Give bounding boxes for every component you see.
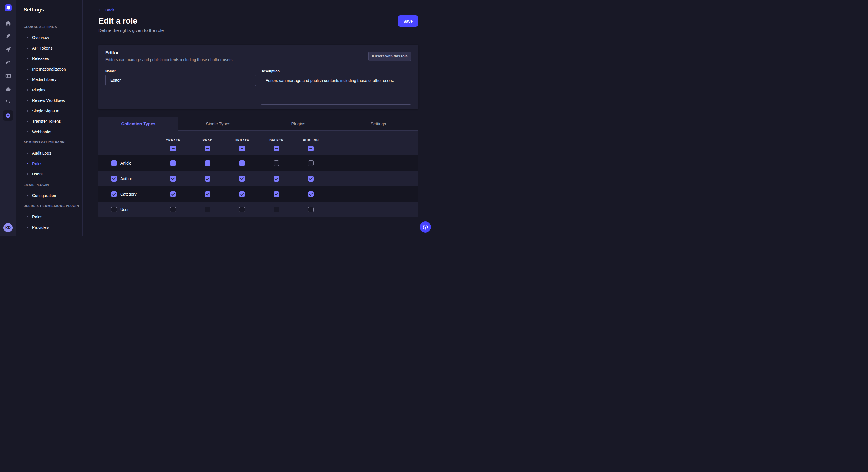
checkbox-category-delete[interactable] [274, 191, 279, 197]
section-items: Audit LogsRolesUsers [24, 148, 82, 179]
sidebar-item-label: Transfer Tokens [32, 119, 61, 124]
role-description-text: Editors can manage and publish contents … [105, 57, 234, 62]
sidebar-item-label: Audit Logs [32, 151, 51, 156]
checkbox-cell [293, 207, 328, 212]
sidebar-item-configuration[interactable]: Configuration [24, 191, 82, 201]
home-icon[interactable] [3, 16, 13, 30]
select-row-category-checkbox[interactable] [111, 191, 117, 197]
sidebar-item-internationalization[interactable]: Internationalization [24, 64, 82, 74]
checkbox-category-publish[interactable] [308, 191, 314, 197]
sidebar-item-audit-logs[interactable]: Audit Logs [24, 148, 82, 159]
sidebar-item-releases[interactable]: Releases [24, 53, 82, 64]
select-all-update-checkbox[interactable] [239, 146, 245, 151]
checkbox-article-read[interactable] [205, 160, 210, 166]
app-root: KD Settings GLOBAL SETTINGSOverviewAPI T… [0, 0, 434, 236]
save-button[interactable]: Save [398, 15, 418, 27]
main-nav: KD [0, 0, 17, 236]
select-all-read-checkbox[interactable] [205, 146, 210, 151]
sidebar-item-label: Users [32, 172, 43, 176]
select-row-user-checkbox[interactable] [111, 207, 117, 212]
sidebar-item-api-tokens[interactable]: API Tokens [24, 43, 82, 54]
checkbox-cell [190, 191, 225, 197]
checkbox-author-create[interactable] [170, 176, 176, 181]
checkbox-category-update[interactable] [239, 191, 245, 197]
sidebar-item-label: Providers [32, 225, 49, 230]
checkbox-cell [225, 191, 259, 197]
sidebar-item-review-workflows[interactable]: Review Workflows [24, 95, 82, 106]
active-item-indicator [82, 159, 82, 169]
row-label: User [120, 207, 129, 212]
sidebar-item-label: Plugins [32, 88, 45, 92]
feather-icon[interactable] [3, 30, 13, 43]
checkbox-author-publish[interactable] [308, 176, 314, 181]
select-row-article-checkbox[interactable] [111, 160, 117, 166]
settings-subnav: Settings GLOBAL SETTINGSOverviewAPI Toke… [17, 0, 83, 236]
strapi-logo[interactable] [5, 4, 12, 11]
sidebar-item-single-sign-on[interactable]: Single Sign-On [24, 106, 82, 116]
sidebar-item-label: Webhooks [32, 130, 51, 134]
checkbox-cell [259, 191, 293, 197]
checkbox-article-publish[interactable] [308, 160, 314, 166]
back-link[interactable]: Back [98, 0, 114, 12]
checkbox-user-publish[interactable] [308, 207, 314, 212]
description-label: Description [260, 69, 280, 73]
checkbox-article-update[interactable] [239, 160, 245, 166]
role-summary: Editor Editors can manage and publish co… [105, 50, 234, 62]
checkbox-user-delete[interactable] [274, 207, 279, 212]
avatar[interactable]: KD [3, 223, 12, 232]
sidebar-item-label: Media Library [32, 77, 57, 82]
sidebar-item-roles[interactable]: Roles [24, 159, 82, 169]
layout-icon[interactable] [3, 69, 13, 82]
column-header-create: CREATE [156, 138, 190, 142]
sidebar-item-media-library[interactable]: Media Library [24, 74, 82, 85]
arrow-left-icon [98, 8, 103, 12]
header-checkbox-cell [259, 146, 293, 151]
permissions-header: CREATEREADUPDATEDELETEPUBLISH [98, 131, 418, 156]
name-input[interactable] [105, 74, 256, 86]
select-all-delete-checkbox[interactable] [274, 146, 279, 151]
row-header: Category [98, 191, 156, 197]
spacer [98, 138, 156, 142]
checkbox-category-read[interactable] [205, 191, 210, 197]
checkbox-cell [293, 160, 328, 166]
sidebar-item-webhooks[interactable]: Webhooks [24, 127, 82, 137]
tab-settings[interactable]: Settings [338, 117, 418, 131]
select-all-publish-checkbox[interactable] [308, 146, 314, 151]
title-divider [24, 16, 30, 17]
sidebar-item-providers[interactable]: Providers [24, 222, 82, 233]
checkbox-author-delete[interactable] [274, 176, 279, 181]
tab-single-types[interactable]: Single Types [178, 117, 258, 131]
cloud-icon[interactable] [3, 82, 13, 96]
checkbox-article-create[interactable] [170, 160, 176, 166]
description-field-group: Description Editors can manage and publi… [260, 68, 411, 105]
sidebar-item-users[interactable]: Users [24, 169, 82, 179]
marketplace-cart-icon[interactable] [3, 96, 13, 109]
sidebar-item-plugins[interactable]: Plugins [24, 85, 82, 96]
select-row-author-checkbox[interactable] [111, 176, 117, 181]
tab-collection-types[interactable]: Collection Types [98, 117, 178, 131]
users-with-role-badge: 0 users with this role [368, 52, 411, 61]
column-header-read: READ [190, 138, 225, 142]
page-title: Edit a role [98, 16, 418, 26]
checkbox-user-read[interactable] [205, 207, 210, 212]
send-icon[interactable] [3, 43, 13, 56]
select-all-create-checkbox[interactable] [170, 146, 176, 151]
sidebar-item-label: Overview [32, 35, 49, 40]
help-button[interactable] [420, 222, 431, 233]
tab-plugins[interactable]: Plugins [258, 117, 338, 131]
sidebar-item-roles[interactable]: Roles [24, 212, 82, 222]
sidebar-item-label: Review Workflows [32, 98, 65, 103]
checkbox-cell [156, 176, 190, 181]
sidebar-item-transfer-tokens[interactable]: Transfer Tokens [24, 116, 82, 127]
checkbox-author-update[interactable] [239, 176, 245, 181]
checkbox-user-update[interactable] [239, 207, 245, 212]
settings-gear-icon[interactable] [3, 110, 13, 121]
sidebar-item-overview[interactable]: Overview [24, 32, 82, 43]
checkbox-author-read[interactable] [205, 176, 210, 181]
checkbox-article-delete[interactable] [274, 160, 279, 166]
checkbox-category-create[interactable] [170, 191, 176, 197]
description-input[interactable]: Editors can manage and publish contents … [260, 74, 411, 105]
checkbox-user-create[interactable] [170, 207, 176, 212]
row-header: Author [98, 176, 156, 181]
media-library-icon[interactable] [3, 56, 13, 69]
